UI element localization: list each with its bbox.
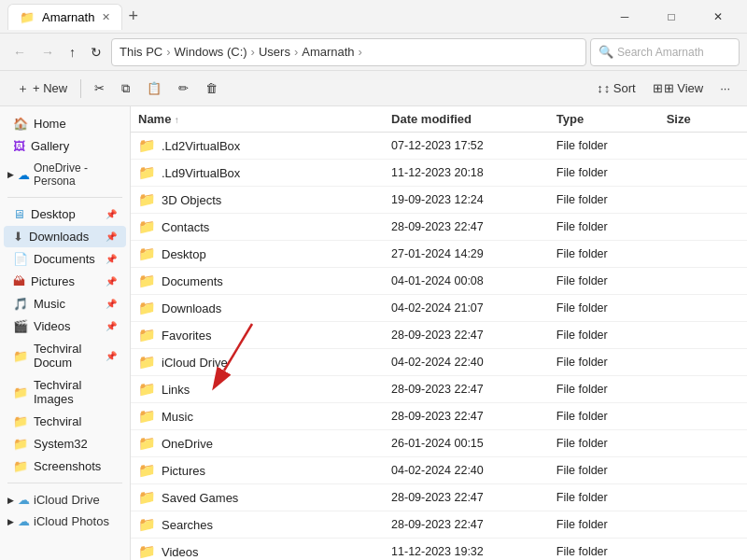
refresh-button[interactable]: ↻ [85,41,107,63]
maximize-button[interactable]: □ [650,2,693,32]
sidebar-item-techviral-doc[interactable]: 📁 Techviral Docum 📌 [4,338,126,373]
file-name: Links [162,383,190,397]
file-folder-icon: 📁 [138,327,156,343]
up-button[interactable]: ↑ [63,41,81,63]
file-name-cell[interactable]: 📁 Downloads [131,295,384,322]
file-name: Downloads [162,301,221,315]
cut-button[interactable]: ✂ [87,76,112,102]
sidebar-item-documents[interactable]: 📄 Documents 📌 [4,248,126,270]
delete-button[interactable]: 🗑 [198,76,225,102]
sidebar-item-desktop[interactable]: 🖥 Desktop 📌 [4,203,126,225]
toolbar-right: ↕ ↕ Sort ⊞ ⊞ View ··· [589,76,738,102]
close-button[interactable]: ✕ [697,2,740,32]
sidebar-item-techviral-img[interactable]: 📁 Techviral Images [4,374,126,410]
sidebar-item-pictures[interactable]: 🏔 Pictures 📌 [4,271,126,292]
table-row[interactable]: 📁 Desktop 27-01-2024 14:29 File folder [131,241,747,268]
file-date-cell: 28-09-2023 22:47 [384,322,549,349]
file-name-cell[interactable]: 📁 3D Objects [131,187,384,214]
pin-pictures: 📌 [106,276,117,287]
sidebar-item-onedrive[interactable]: ▶ ☁ OneDrive - Persona [0,158,130,191]
table-row[interactable]: 📁 Saved Games 28-09-2023 22:47 File fold… [131,484,747,511]
file-name-cell[interactable]: 📁 OneDrive [131,430,384,457]
table-row[interactable]: 📁 Searches 28-09-2023 22:47 File folder [131,511,747,539]
sidebar-item-videos[interactable]: 🎬 Videos 📌 [4,315,126,337]
copy-button[interactable]: ⧉ [114,76,137,102]
file-area-wrapper: Name ↑ Date modified Type Size [131,106,747,560]
table-row[interactable]: 📁 Videos 11-12-2023 19:32 File folder [131,539,747,561]
table-row[interactable]: 📁 .Ld2VirtualBox 07-12-2023 17:52 File f… [131,133,747,160]
sidebar-item-system32[interactable]: 📁 System32 [4,433,126,455]
tab-close-button[interactable]: ✕ [102,11,110,23]
table-row[interactable]: 📁 Pictures 04-02-2024 22:40 File folder [131,457,747,484]
table-row[interactable]: 📁 Links 28-09-2023 22:47 File folder [131,376,747,403]
table-row[interactable]: 📁 Downloads 04-02-2024 21:07 File folder [131,295,747,322]
file-name-cell[interactable]: 📁 iCloud Drive [131,349,384,376]
back-button[interactable]: ← [7,41,32,63]
file-type-cell: File folder [549,214,659,241]
file-date-cell: 19-09-2023 12:24 [384,187,549,214]
search-box[interactable]: 🔍 Search Amarnath [590,38,740,66]
sidebar-label-techviral: Techviral [34,414,81,428]
table-row[interactable]: 📁 iCloud Drive 04-02-2024 22:40 File fol… [131,349,747,376]
file-folder-icon: 📁 [138,164,156,181]
file-name-cell[interactable]: 📁 Pictures [131,457,384,484]
file-name: OneDrive [162,437,213,451]
file-name-cell[interactable]: 📁 Favorites [131,322,384,349]
table-row[interactable]: 📁 3D Objects 19-09-2023 12:24 File folde… [131,187,747,214]
toolbar-separator-1 [80,79,81,98]
file-name-cell[interactable]: 📁 Searches [131,511,384,539]
view-button[interactable]: ⊞ ⊞ View [645,76,712,102]
rename-button[interactable]: ✏ [171,76,196,102]
file-name-cell[interactable]: 📁 Contacts [131,214,384,241]
breadcrumb[interactable]: This PC › Windows (C:) › Users › Amarnat… [111,38,586,66]
sidebar-item-screenshots[interactable]: 📁 Screenshots [4,455,126,477]
file-name-cell[interactable]: 📁 Documents [131,268,384,295]
col-header-type[interactable]: Type [549,106,659,133]
forward-button[interactable]: → [35,41,60,63]
icloud-drive-icon: ☁ [18,493,30,507]
file-name-cell[interactable]: 📁 .Ld2VirtualBox [131,133,384,160]
file-name: Contacts [162,220,209,234]
sidebar-label-gallery: Gallery [31,139,69,153]
sort-button[interactable]: ↕ ↕ Sort [589,76,642,102]
expand-icon: ▶ [7,170,14,179]
paste-button[interactable]: 📋 [139,76,169,102]
table-row[interactable]: 📁 .Ld9VirtualBox 11-12-2023 20:18 File f… [131,160,747,187]
table-row[interactable]: 📁 Favorites 28-09-2023 22:47 File folder [131,322,747,349]
table-row[interactable]: 📁 Music 28-09-2023 22:47 File folder [131,403,747,430]
file-name-cell[interactable]: 📁 Music [131,403,384,430]
sidebar: 🏠 Home 🖼 Gallery ▶ ☁ OneDrive - Persona … [0,106,131,560]
file-name: Desktop [162,247,206,261]
file-name-cell[interactable]: 📁 .Ld9VirtualBox [131,160,384,187]
file-name-cell[interactable]: 📁 Links [131,376,384,403]
more-button[interactable]: ··· [712,76,738,102]
file-name-cell[interactable]: 📁 Videos [131,539,384,561]
col-header-date[interactable]: Date modified [384,106,549,133]
tab-amarnath[interactable]: 📁 Amarnath ✕ [7,4,122,30]
sidebar-item-home[interactable]: 🏠 Home [4,113,126,134]
col-header-size[interactable]: Size [659,106,747,133]
sidebar-item-music[interactable]: 🎵 Music 📌 [4,293,126,315]
table-row[interactable]: 📁 OneDrive 26-01-2024 00:15 File folder [131,430,747,457]
sidebar-item-techviral[interactable]: 📁 Techviral [4,411,126,432]
new-icon: ＋ [17,80,29,97]
table-row[interactable]: 📁 Contacts 28-09-2023 22:47 File folder [131,214,747,241]
file-type-cell: File folder [549,295,659,322]
sidebar-item-icloud-photos[interactable]: ▶ ☁ iCloud Photos [0,511,130,532]
file-name-cell[interactable]: 📁 Saved Games [131,484,384,511]
file-size-cell [659,376,747,403]
file-type-cell: File folder [549,457,659,484]
sidebar-item-icloud-drive[interactable]: ▶ ☁ iCloud Drive [0,489,130,511]
sidebar-item-downloads[interactable]: ⬇ Downloads 📌 [4,226,126,247]
col-header-name[interactable]: Name ↑ [131,106,384,133]
sidebar-item-gallery[interactable]: 🖼 Gallery [4,135,126,157]
new-tab-button[interactable]: + [128,7,138,26]
file-size-cell [659,268,747,295]
new-button[interactable]: ＋ + New [9,76,75,102]
file-type-cell: File folder [549,268,659,295]
file-name-cell[interactable]: 📁 Desktop [131,241,384,268]
table-row[interactable]: 📁 Documents 04-01-2024 00:08 File folder [131,268,747,295]
minimize-button[interactable]: ─ [603,2,646,32]
downloads-icon: ⬇ [13,230,23,244]
toolbar: ＋ + New ✂ ⧉ 📋 ✏ 🗑 ↕ ↕ Sort ⊞ ⊞ View ··· [0,71,747,106]
